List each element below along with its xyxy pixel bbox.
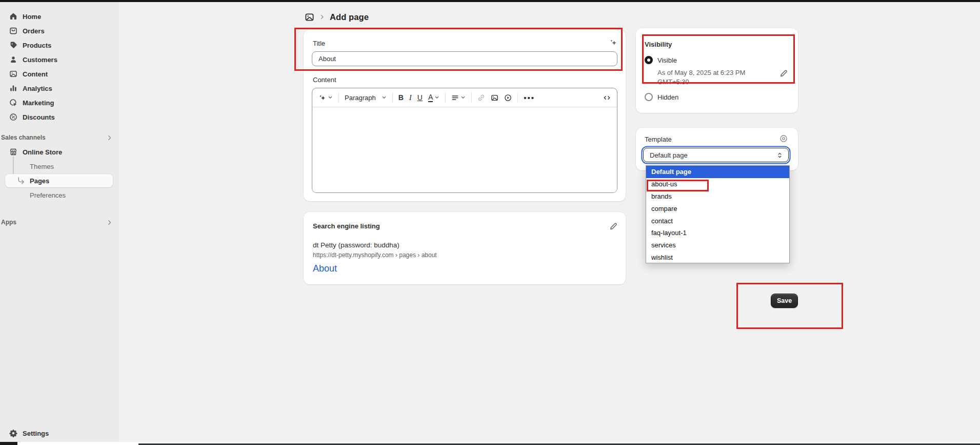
settings-gear-icon: [9, 429, 17, 437]
template-preview-eye-icon[interactable]: [779, 134, 788, 143]
sub-item-label: Preferences: [30, 191, 66, 199]
sidebar-item-settings[interactable]: Settings: [4, 427, 114, 440]
title-field-label: Title: [313, 40, 325, 47]
text-color-button[interactable]: A: [428, 93, 439, 102]
title-input[interactable]: [312, 51, 617, 66]
discounts-badge-icon: [9, 113, 17, 121]
apps-chevron-right-icon[interactable]: [106, 219, 113, 226]
breadcrumb-chevron-icon: [319, 14, 325, 20]
editor-toolbar: Paragraph B I U A •••: [312, 88, 617, 107]
show-html-button[interactable]: [603, 94, 611, 102]
paragraph-style-dropdown[interactable]: Paragraph: [345, 94, 387, 102]
sidebar-item-label: Products: [23, 42, 51, 49]
sidebar-item-online-store[interactable]: Online Store: [4, 145, 114, 159]
dropdown-option-faq-layout-1[interactable]: faq-layout-1: [646, 227, 789, 239]
sidebar: Home Orders Products Customers Content A…: [0, 2, 119, 442]
alignment-button[interactable]: [451, 94, 466, 102]
italic-button[interactable]: I: [409, 93, 412, 102]
chevron-down-icon: [328, 95, 333, 100]
editor-text-area[interactable]: [312, 107, 617, 193]
chevron-down-icon: [434, 95, 439, 100]
orders-icon: [9, 27, 17, 35]
sidebar-item-customers[interactable]: Customers: [4, 53, 114, 66]
ai-assist-button[interactable]: [318, 94, 333, 102]
toolbar-divider: [517, 92, 518, 103]
sub-item-arrow-icon: [17, 177, 25, 185]
content-media-icon: [9, 70, 17, 78]
sidebar-item-products[interactable]: Products: [4, 38, 114, 52]
sales-channels-chevron-right-icon[interactable]: [106, 134, 113, 141]
template-select[interactable]: Default page: [643, 148, 789, 162]
ai-sparkle-icon[interactable]: [609, 38, 617, 47]
template-heading: Template: [645, 136, 672, 143]
more-options-button[interactable]: •••: [524, 93, 535, 102]
dropdown-option-services[interactable]: services: [646, 239, 789, 251]
seo-edit-pencil-icon[interactable]: [609, 222, 617, 230]
dropdown-option-default-page[interactable]: Default page: [646, 166, 789, 178]
sales-channels-heading: Sales channels: [1, 134, 46, 141]
sidebar-item-discounts[interactable]: Discounts: [4, 110, 114, 124]
align-lines-icon: [451, 94, 459, 102]
content-field-label: Content: [313, 76, 336, 84]
visible-radio-label[interactable]: Visible: [657, 56, 677, 64]
insert-video-button[interactable]: [504, 94, 512, 102]
sidebar-item-marketing[interactable]: Marketing: [4, 96, 114, 109]
apps-heading: Apps: [1, 219, 16, 226]
hidden-radio[interactable]: [645, 93, 653, 101]
sidebar-item-label: Home: [23, 13, 41, 21]
shopify-admin-add-page: Home Orders Products Customers Content A…: [0, 0, 980, 445]
visibility-heading: Visibility: [645, 41, 672, 48]
products-tag-icon: [9, 41, 17, 49]
underline-button[interactable]: U: [417, 93, 423, 102]
insert-image-button[interactable]: [491, 94, 498, 102]
seo-url: https://dt-petty.myshopify.com › pages ›…: [313, 251, 437, 259]
sidebar-item-content[interactable]: Content: [4, 67, 114, 81]
select-updown-icon: [776, 152, 783, 159]
bold-button[interactable]: B: [398, 93, 404, 102]
template-selected-value: Default page: [650, 151, 688, 159]
sidebar-item-pages[interactable]: Pages: [5, 174, 113, 187]
play-circle-icon: [504, 94, 512, 102]
link-icon: [477, 94, 485, 102]
sidebar-item-label: Orders: [23, 27, 45, 35]
seo-page-title-link[interactable]: About: [313, 263, 337, 274]
search-engine-listing-card: Search engine listing dt Petty (password…: [304, 212, 626, 284]
template-card: Template Default page: [636, 128, 798, 170]
analytics-bars-icon: [9, 84, 17, 92]
sidebar-item-label: Marketing: [23, 99, 54, 107]
sidebar-item-themes[interactable]: Themes: [5, 160, 113, 173]
toolbar-divider: [471, 92, 472, 103]
customers-person-icon: [9, 55, 17, 64]
breadcrumb: Add page: [305, 10, 369, 24]
visible-radio[interactable]: [645, 56, 653, 64]
page-title: Add page: [330, 12, 369, 22]
sidebar-item-orders[interactable]: Orders: [4, 24, 114, 37]
home-icon: [9, 12, 17, 21]
horizontal-scrollbar[interactable]: [0, 442, 980, 445]
sub-item-label: Pages: [30, 177, 49, 185]
dropdown-option-wishlist[interactable]: wishlist: [646, 251, 789, 264]
hidden-radio-label[interactable]: Hidden: [657, 93, 678, 101]
seo-heading: Search engine listing: [313, 222, 380, 230]
sidebar-item-analytics[interactable]: Analytics: [4, 82, 114, 95]
chevron-down-icon: [461, 95, 466, 100]
dropdown-option-brands[interactable]: brands: [646, 190, 789, 203]
sub-item-label: Themes: [30, 163, 54, 170]
dropdown-option-compare[interactable]: compare: [646, 202, 789, 215]
sidebar-item-preferences[interactable]: Preferences: [5, 188, 113, 202]
save-button[interactable]: Save: [771, 294, 798, 308]
sparkle-icon: [318, 94, 326, 102]
rich-text-editor: Paragraph B I U A •••: [312, 88, 617, 193]
image-icon: [491, 94, 498, 102]
dropdown-option-about-us[interactable]: about-us: [646, 178, 789, 190]
marketing-target-icon: [9, 99, 17, 107]
code-icon: [603, 94, 611, 102]
toolbar-divider: [392, 92, 393, 103]
pages-breadcrumb-icon[interactable]: [305, 12, 314, 22]
scrollbar-thumb[interactable]: [0, 442, 17, 445]
dropdown-option-contact[interactable]: contact: [646, 215, 789, 227]
sidebar-item-home[interactable]: Home: [4, 10, 114, 23]
visibility-edit-pencil-icon[interactable]: [779, 69, 788, 78]
sidebar-item-label: Customers: [23, 56, 57, 64]
template-dropdown-list: Default page about-us brands compare con…: [646, 165, 790, 263]
